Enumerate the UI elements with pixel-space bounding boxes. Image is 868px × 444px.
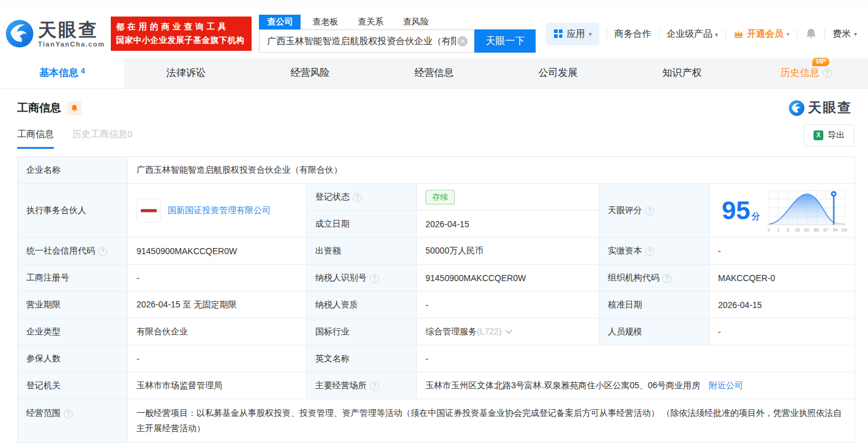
business-scope-value: 一般经营项目：以私募基金从事股权投资、投资管理、资产管理等活动（须在中国证券投资… bbox=[128, 399, 855, 443]
search-tab-boss[interactable]: 查老板 bbox=[304, 15, 346, 29]
enterprise-products-menu[interactable]: 企业级产品 ▾ bbox=[667, 28, 718, 40]
divider bbox=[797, 29, 798, 39]
brand-domain: TianYanCha.com bbox=[38, 40, 105, 48]
tab-business-info[interactable]: 经营信息 bbox=[372, 58, 496, 88]
tab-legal-proceedings[interactable]: 法律诉讼 bbox=[124, 58, 249, 88]
apps-menu[interactable]: 应用 ▾ bbox=[546, 23, 599, 45]
business-term-value: 2026-04-15 至 无固定期限 bbox=[128, 292, 307, 318]
reg-number-label: 工商注册号 bbox=[18, 265, 128, 292]
help-icon[interactable]: ? bbox=[823, 69, 832, 78]
tab-label: 经营信息 bbox=[414, 67, 454, 80]
tab-basic-info[interactable]: 基本信息 4 bbox=[0, 58, 124, 88]
monitor-bell-button[interactable] bbox=[67, 101, 81, 115]
tianyancha-logo[interactable]: 天眼查 TianYanCha.com bbox=[5, 19, 105, 48]
business-cooperation-link[interactable]: 商务合作 bbox=[615, 28, 651, 40]
caret-down-icon: ▾ bbox=[787, 31, 790, 37]
notification-bell-icon[interactable] bbox=[805, 28, 817, 40]
tab-company-development[interactable]: 公司发展 bbox=[496, 58, 620, 88]
tianyancha-watermark-icon bbox=[788, 100, 805, 116]
svg-text:3: 3 bbox=[787, 228, 789, 232]
search-tabs: 查公司 查老板 查关系 查风险 bbox=[259, 15, 536, 29]
subtab-business-info[interactable]: 工商信息 bbox=[17, 129, 54, 149]
registration-status-value: 存续 bbox=[417, 184, 599, 211]
tab-label: 基本信息 bbox=[39, 67, 78, 80]
insured-count-label: 参保人数 bbox=[18, 345, 128, 372]
promo-line2: 国家中小企业发展子基金旗下机构 bbox=[116, 35, 247, 46]
svg-text:50: 50 bbox=[804, 228, 809, 232]
registration-status-label: 登记状态? bbox=[307, 184, 417, 211]
open-vip-link[interactable]: 开通会员 ▾ bbox=[733, 28, 790, 40]
search-tab-relation[interactable]: 查关系 bbox=[350, 15, 391, 29]
help-icon[interactable]: ? bbox=[645, 247, 654, 256]
user-menu[interactable]: 费米 ▾ bbox=[832, 28, 862, 40]
business-term-label: 营业期限 bbox=[18, 292, 128, 318]
subtab-row: 工商信息 历史工商信息0 X 导出 bbox=[0, 117, 868, 149]
status-badge: 存续 bbox=[425, 190, 455, 205]
excel-icon: X bbox=[814, 130, 823, 140]
export-label: 导出 bbox=[828, 130, 845, 141]
section-title: 工商信息 bbox=[17, 100, 61, 115]
export-button[interactable]: X 导出 bbox=[804, 124, 855, 146]
establish-date-label: 成立日期 bbox=[307, 211, 417, 238]
search-input[interactable] bbox=[266, 36, 457, 47]
taxpayer-quality-value: - bbox=[417, 292, 599, 318]
approval-date-value: 2026-04-15 bbox=[709, 292, 855, 318]
search-tab-risk[interactable]: 查风险 bbox=[395, 15, 436, 29]
table-row: 统一社会信用代码? 91450900MAKCCQER0W 出资额 50000万人… bbox=[18, 238, 855, 265]
industry-value: 综合管理服务(L722) bbox=[417, 318, 599, 345]
org-code-label: 组织机构代码? bbox=[599, 265, 709, 292]
company-tabs: 基本信息 4 法律诉讼 经营风险 经营信息 公司发展 知识产权 历史信息 VIP… bbox=[0, 58, 868, 89]
enterprise-products-label: 企业级产品 bbox=[667, 28, 713, 39]
nearby-companies-link[interactable]: 附近公司 bbox=[709, 380, 743, 390]
help-icon[interactable]: ? bbox=[98, 247, 107, 256]
reg-authority-value: 玉林市市场监督管理局 bbox=[128, 372, 307, 399]
taxpayer-quality-label: 纳税人资质 bbox=[307, 292, 417, 318]
svg-text:85: 85 bbox=[814, 228, 819, 232]
open-vip-label: 开通会员 bbox=[747, 28, 784, 40]
tab-intellectual-property[interactable]: 知识产权 bbox=[620, 58, 744, 88]
table-row: 经营范围? 一般经营项目：以私募基金从事股权投资、投资管理、资产管理等活动（须在… bbox=[18, 399, 855, 443]
svg-text:15: 15 bbox=[795, 228, 800, 232]
tianyan-score-cell: 95分 bbox=[709, 184, 855, 238]
search-tab-company[interactable]: 查公司 bbox=[259, 15, 301, 29]
chevron-down-icon[interactable] bbox=[506, 326, 512, 333]
search-area: 查公司 查老板 查关系 查风险 ✕ 天眼一下 bbox=[259, 15, 536, 53]
apps-grid-icon bbox=[553, 29, 563, 39]
divider bbox=[725, 29, 726, 39]
capital-value: 50000万人民币 bbox=[417, 238, 599, 265]
search-button[interactable]: 天眼一下 bbox=[474, 29, 536, 53]
tab-history-info[interactable]: 历史信息 VIP ? bbox=[744, 58, 868, 88]
taxpayer-id-value: 91450900MAKCCQER0W bbox=[417, 265, 599, 292]
tab-operational-risk[interactable]: 经营风险 bbox=[248, 58, 372, 88]
section-header: 工商信息 天眼查 bbox=[0, 89, 868, 117]
tab-label: 知识产权 bbox=[662, 67, 702, 80]
help-icon[interactable]: ? bbox=[370, 382, 379, 391]
staff-size-label: 人员规模 bbox=[599, 318, 709, 345]
table-row: 工商注册号 - 纳税人识别号? 91450900MAKCCQER0W 组织机构代… bbox=[18, 265, 855, 292]
help-icon[interactable]: ? bbox=[64, 409, 73, 418]
subtab-history-business-info[interactable]: 历史工商信息0 bbox=[72, 129, 132, 149]
help-icon[interactable]: ? bbox=[662, 274, 672, 283]
industry-label: 国标行业 bbox=[307, 318, 417, 345]
business-scope-label: 经营范围? bbox=[18, 399, 128, 443]
score-axis-ticks: 0 1 3 15 50 85 97 99 100 bbox=[768, 228, 847, 232]
bell-icon bbox=[70, 104, 78, 112]
svg-text:1: 1 bbox=[777, 228, 780, 232]
business-address-label: 主要经营场所? bbox=[307, 372, 417, 399]
caret-down-icon: ▾ bbox=[715, 31, 718, 38]
vip-badge: VIP bbox=[812, 58, 829, 66]
business-info-table: 企业名称 广西玉林智能智造启航股权投资合伙企业（有限合伙） 执行事务合伙人 国新… bbox=[17, 156, 855, 443]
score-value: 95分 bbox=[722, 198, 760, 224]
help-icon[interactable]: ? bbox=[645, 206, 654, 216]
tab-label: 历史信息 bbox=[780, 67, 820, 78]
executive-partner-label: 执行事务合伙人 bbox=[18, 184, 128, 238]
clear-icon[interactable]: ✕ bbox=[457, 36, 468, 47]
partner-company-link[interactable]: 国新国证投资管理有限公司 bbox=[168, 205, 271, 216]
brand-name: 天眼查 bbox=[38, 20, 105, 40]
company-name-value: 广西玉林智能智造启航股权投资合伙企业（有限合伙） bbox=[128, 157, 855, 184]
table-row: 参保人数 - 英文名称 - bbox=[18, 345, 855, 372]
company-name-label: 企业名称 bbox=[18, 157, 128, 184]
help-icon[interactable]: ? bbox=[370, 274, 379, 283]
help-icon[interactable]: ? bbox=[353, 193, 362, 202]
svg-text:97: 97 bbox=[823, 228, 828, 232]
